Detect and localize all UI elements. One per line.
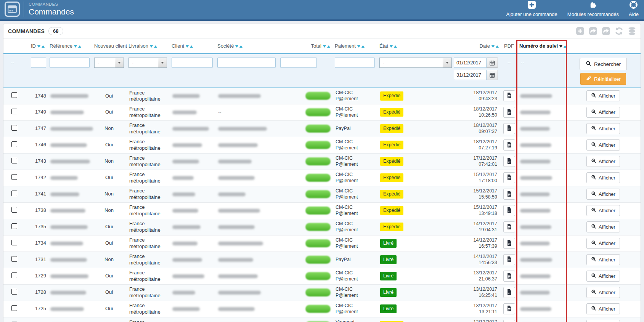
pdf-invoice-button[interactable] — [503, 320, 515, 322]
row-checkbox[interactable] — [11, 305, 17, 311]
row-checkbox[interactable] — [11, 158, 17, 163]
refresh-icon[interactable] — [614, 26, 624, 36]
pdf-invoice-button[interactable] — [503, 254, 515, 265]
sort-desc-icon[interactable] — [390, 45, 393, 48]
pdf-invoice-button[interactable] — [503, 123, 515, 134]
sort-desc-icon[interactable] — [186, 45, 189, 48]
view-order-button[interactable]: Afficher — [586, 172, 620, 183]
order-row[interactable]: 1731 Non France métropolitaine PayPal Li… — [3, 252, 641, 268]
order-row[interactable]: 1734 Oui France métropolitaine CM-CIC P@… — [3, 235, 641, 252]
pdf-invoice-button[interactable] — [503, 303, 515, 314]
sort-desc-icon[interactable] — [235, 45, 238, 48]
order-row[interactable]: 1749 Oui France métropolitaine -- CM-CIC… — [3, 104, 641, 120]
row-checkbox[interactable] — [11, 223, 17, 229]
column-header-id[interactable]: ID — [29, 38, 47, 54]
order-row[interactable]: 1725 Oui France métropolitaine CM-CIC P@… — [3, 301, 641, 317]
date-from-input[interactable] — [454, 58, 487, 68]
id-filter-input[interactable] — [31, 58, 46, 68]
add-new-icon[interactable] — [575, 26, 585, 36]
view-order-button[interactable]: Afficher — [586, 221, 620, 232]
column-header-date[interactable]: Date — [423, 38, 501, 54]
view-order-button[interactable]: Afficher — [586, 238, 620, 249]
export-icon[interactable] — [588, 26, 598, 36]
pdf-invoice-button[interactable] — [503, 107, 515, 118]
sort-asc-icon[interactable] — [394, 45, 397, 48]
calendar-icon[interactable] — [487, 58, 498, 68]
column-header-paiement[interactable]: Paiement — [332, 38, 377, 54]
view-order-button[interactable]: Afficher — [586, 205, 620, 216]
order-row[interactable]: 1747 Non France métropolitaine PayPal Ex… — [3, 120, 641, 137]
pdf-invoice-button[interactable] — [503, 156, 515, 167]
view-order-button[interactable]: Afficher — [586, 189, 620, 200]
row-checkbox[interactable] — [11, 256, 17, 262]
view-order-button[interactable]: Afficher — [586, 90, 620, 101]
row-checkbox[interactable] — [11, 109, 17, 114]
view-order-button[interactable]: Afficher — [586, 320, 620, 322]
row-checkbox[interactable] — [11, 125, 17, 131]
order-row[interactable]: 1743 Non France métropolitaine CM-CIC P@… — [3, 153, 641, 170]
company-filter-input[interactable] — [217, 58, 276, 68]
row-checkbox[interactable] — [11, 174, 17, 180]
sort-desc-icon[interactable] — [150, 45, 153, 48]
pdf-invoice-button[interactable] — [503, 238, 515, 249]
search-button[interactable]: Rechercher — [580, 58, 627, 70]
pdf-invoice-button[interactable] — [503, 90, 515, 101]
client-filter-input[interactable] — [172, 58, 213, 68]
order-row[interactable]: 1748 Oui France métropolitaine CM-CIC P@… — [3, 88, 641, 104]
order-row[interactable]: 1741 Non France métropolitaine CM-CIC P@… — [3, 186, 641, 202]
view-order-button[interactable]: Afficher — [586, 271, 620, 282]
view-order-button[interactable]: Afficher — [586, 254, 620, 265]
column-header-reference[interactable]: Référence — [47, 38, 92, 54]
sort-desc-icon[interactable] — [37, 45, 40, 48]
order-row[interactable]: 1729 Oui France métropolitaine CM-CIC P@… — [3, 268, 641, 284]
column-header-total[interactable]: Total — [278, 38, 332, 54]
sort-asc-icon[interactable] — [361, 45, 365, 48]
row-checkbox[interactable] — [11, 289, 17, 295]
order-row[interactable]: 1735 Oui France métropolitaine CM-CIC P@… — [3, 219, 641, 235]
order-row[interactable]: 1728 Oui France métropolitaine CM-CIC P@… — [3, 284, 641, 301]
view-order-button[interactable]: Afficher — [586, 156, 620, 167]
column-header-societe[interactable]: Société — [215, 38, 278, 54]
sort-desc-icon[interactable] — [74, 45, 77, 48]
recommended-modules-button[interactable]: Modules recommandés — [567, 0, 619, 17]
row-checkbox[interactable] — [11, 207, 17, 213]
view-order-button[interactable]: Afficher — [586, 287, 620, 298]
column-header-client[interactable]: Client — [169, 38, 215, 54]
view-order-button[interactable]: Afficher — [586, 139, 620, 151]
sort-asc-icon[interactable] — [327, 45, 330, 48]
sort-asc-icon[interactable] — [239, 45, 243, 48]
help-button[interactable]: Aide — [629, 0, 639, 17]
order-row[interactable]: 1746 Oui France métropolitaine CM-CIC P@… — [3, 137, 641, 153]
sort-desc-icon[interactable] — [491, 45, 495, 48]
new-client-filter-select[interactable]: - — [94, 58, 124, 68]
column-header-numero-de-suivi[interactable]: Numéro de suivi — [517, 38, 566, 54]
pdf-invoice-button[interactable] — [503, 287, 515, 298]
pdf-invoice-button[interactable] — [503, 172, 515, 183]
sort-desc-icon[interactable] — [559, 45, 562, 48]
sort-asc-icon[interactable] — [496, 45, 499, 48]
sort-desc-icon[interactable] — [323, 45, 326, 48]
payment-filter-input[interactable] — [335, 58, 375, 68]
delivery-filter-select[interactable]: - — [128, 58, 167, 68]
sort-asc-icon[interactable] — [154, 45, 157, 48]
date-to-input[interactable] — [454, 70, 487, 80]
row-checkbox[interactable] — [11, 240, 17, 245]
column-header-etat[interactable]: État — [377, 38, 423, 54]
pdf-invoice-button[interactable] — [503, 139, 515, 151]
add-order-button[interactable]: Ajouter une commande — [506, 0, 557, 17]
total-filter-input[interactable] — [280, 58, 317, 68]
reference-filter-input[interactable] — [50, 58, 90, 68]
status-filter-select[interactable]: - — [379, 58, 452, 68]
pdf-invoice-button[interactable] — [503, 205, 515, 216]
sql-query-icon[interactable] — [627, 26, 637, 36]
sort-desc-icon[interactable] — [357, 45, 360, 48]
view-order-button[interactable]: Afficher — [586, 123, 620, 134]
row-checkbox[interactable] — [11, 191, 17, 196]
sort-asc-icon[interactable] — [564, 45, 567, 48]
sort-asc-icon[interactable] — [42, 45, 45, 48]
pdf-invoice-button[interactable] — [503, 189, 515, 200]
row-checkbox[interactable] — [11, 141, 17, 147]
sort-asc-icon[interactable] — [190, 45, 193, 48]
order-row[interactable]: 1738 Non France métropolitaine CM-CIC P@… — [3, 202, 641, 219]
reset-button[interactable]: Réinitialiser — [580, 73, 626, 85]
